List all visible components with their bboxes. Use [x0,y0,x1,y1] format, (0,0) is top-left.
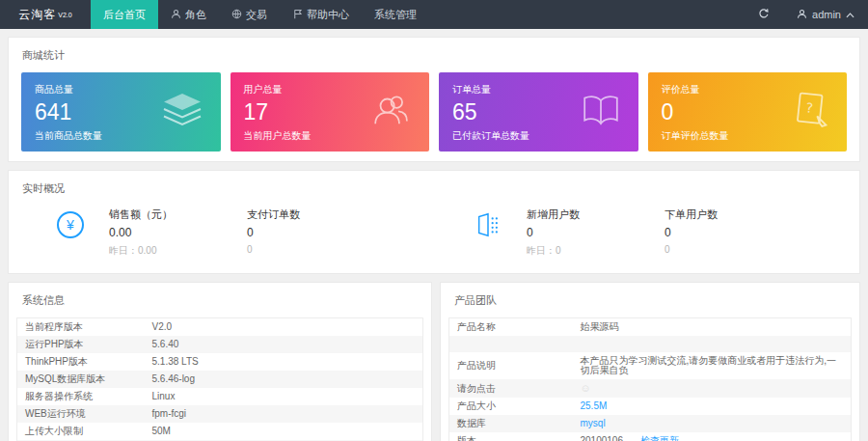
nav-item-label: 交易 [246,8,267,22]
admin-user-menu[interactable]: admin [783,0,868,29]
row-value: 5.6.46-log [145,371,423,388]
stat-new-users: 新增用户数 0 昨日：0 [527,207,665,258]
version-value: 20100106 [581,435,624,441]
stat-value: 0.00 [109,226,247,239]
hidden-face-icon[interactable]: ☺ [581,382,591,394]
row-value: 5.1.38 LTS [145,353,423,371]
user-icon [797,9,807,21]
card-orders-total[interactable]: 订单总量 65 已付款订单总数量 [439,72,638,152]
row-value: 5.6.40 [145,336,423,353]
stat-value: 0 [665,226,802,239]
row-label: 产品大小 [449,398,573,415]
row-label: ThinkPHP版本 [17,353,145,371]
flag-icon [292,9,303,21]
nav-item-label: 帮助中心 [307,8,349,22]
stat-sales-amount: 销售额（元） 0.00 昨日：0.00 [109,207,247,258]
database-link[interactable]: mysql [581,418,606,428]
edit-question-icon: ? [789,90,831,134]
product-size-link[interactable]: 25.5M [581,400,608,411]
table-row: 产品说明本产品只为学习测试交流,请勿要做商业或者用于违法行为,一切后果自负 [449,352,852,379]
product-team-table: 产品名称始果源码 产品说明本产品只为学习测试交流,请勿要做商业或者用于违法行为,… [448,317,852,441]
table-row: WEB运行环境fpm-fcgi [17,405,423,423]
row-value: 始果源码 [573,318,852,337]
row-value: 本产品只为学习测试交流,请勿要做商业或者用于违法行为,一切后果自负 [573,352,852,379]
nav-item-label: 后台首页 [103,8,146,22]
section-title-system-info: 系统信息 [22,293,423,308]
app-version: V2.0 [58,12,71,18]
row-label: 运行PHP版本 [17,336,145,353]
row-label: 版本 [449,432,573,441]
stat-paid-orders: 支付订单数 0 0 [247,207,385,255]
table-row: 产品名称始果源码 [449,318,852,337]
refresh-icon [758,8,770,21]
stat-sub: 0 [247,244,385,255]
nav-item-label: 系统管理 [374,8,417,22]
row-value: fpm-fcgi [145,405,423,423]
row-label: WEB运行环境 [17,405,145,423]
user-icon [171,9,181,21]
row-value: V2.0 [145,318,423,337]
table-row: 服务器操作系统Linux [17,388,423,405]
table-row: 版本20100106检查更新 [449,432,852,441]
table-row: MySQL数据库版本5.6.46-log [17,371,423,388]
table-row: 当前程序版本V2.0 [17,318,423,337]
nav-item-label: 角色 [185,8,206,22]
row-label: MySQL数据库版本 [17,371,145,388]
table-row: 运行PHP版本5.6.40 [17,336,423,353]
realtime-row: ¥ 销售额（元） 0.00 昨日：0.00 支付订单数 0 0 新增用户数 0 … [16,206,852,263]
nav-item-trade[interactable]: 交易 [219,0,280,29]
table-row-empty [449,336,852,352]
row-label: 数据库 [449,415,573,432]
card-users-total[interactable]: 用户总量 17 当前用户总数量 [231,72,430,152]
system-info-table: 当前程序版本V2.0 运行PHP版本5.6.40 ThinkPHP版本5.1.3… [16,317,423,441]
door-card-icon [475,211,502,242]
nav-item-home[interactable]: 后台首页 [91,0,158,29]
nav-item-roles[interactable]: 角色 [158,0,219,29]
card-reviews-total[interactable]: 评价总量 0 订单评价总数量 ? [648,72,848,152]
product-team-panel: 产品团队 产品名称始果源码 产品说明本产品只为学习测试交流,请勿要做商业或者用于… [440,282,860,441]
stat-label: 下单用户数 [665,207,802,222]
stat-sub: 0 [665,244,802,255]
section-title-realtime: 实时概况 [22,181,852,196]
stat-sub: 昨日：0.00 [109,244,247,258]
row-label [449,336,573,352]
stat-label: 新增用户数 [527,207,665,222]
section-title-mall-stats: 商城统计 [22,48,852,63]
users-icon [369,92,414,132]
top-navbar: 云淘客V2.0 后台首页 角色 交易 帮助中心 系统管理 admin [0,0,868,29]
mall-stats-panel: 商城统计 商品总量 641 当前商品总数量 用户总量 17 当前用户总数量 订单… [8,37,860,162]
row-label: 产品说明 [449,352,573,379]
app-logo: 云淘客V2.0 [0,0,91,29]
navbar-right: admin [745,0,868,29]
nav-item-system-settings[interactable]: 系统管理 [362,0,429,29]
refresh-button[interactable] [745,0,783,29]
row-label: 请勿点击 [449,379,573,398]
stat-ordering-users: 下单用户数 0 0 [665,207,802,255]
yen-circle-icon: ¥ [57,211,84,238]
svg-text:?: ? [805,99,814,116]
check-update-link[interactable]: 检查更新 [640,435,679,441]
row-label: 上传大小限制 [17,423,145,440]
stat-sub: 昨日：0 [527,244,665,258]
row-value [573,336,852,352]
section-title-product-team: 产品团队 [454,293,852,308]
chevron-up-icon [846,9,854,20]
stat-value: 0 [247,226,385,239]
realtime-panel: 实时概况 ¥ 销售额（元） 0.00 昨日：0.00 支付订单数 0 0 新增用… [8,170,860,274]
table-row: 数据库mysql [449,415,852,432]
card-products-total[interactable]: 商品总量 641 当前商品总数量 [21,72,221,152]
realtime-group-sales: ¥ 销售额（元） 0.00 昨日：0.00 支付订单数 0 0 [16,207,434,258]
stat-label: 销售额（元） [109,207,247,222]
realtime-group-users: 新增用户数 0 昨日：0 下单用户数 0 0 [434,207,852,258]
table-row: ThinkPHP版本5.1.38 LTS [17,353,423,371]
stat-label: 支付订单数 [247,207,385,222]
row-value: 50M [145,423,423,440]
table-row: 上传大小限制50M [17,423,423,440]
row-label: 当前程序版本 [17,318,145,337]
nav-item-help-center[interactable]: 帮助中心 [280,0,362,29]
table-row: 产品大小25.5M [449,398,852,415]
row-label: 服务器操作系统 [17,388,145,405]
card-sublabel: 已付款订单总数量 [452,129,625,143]
stat-value: 0 [527,226,665,239]
app-logo-text: 云淘客 [18,7,56,23]
